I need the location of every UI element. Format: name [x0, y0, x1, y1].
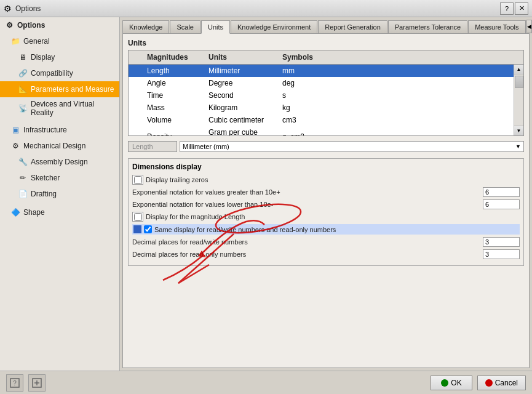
svg-text:?: ? [13, 380, 17, 387]
row-symbol: s [277, 90, 327, 100]
tab-knowledge-env[interactable]: Knowledge Environment [231, 20, 317, 33]
table-row[interactable]: Length Millimeter mm [129, 65, 523, 77]
units-dropdown[interactable]: Millimeter (mm) ▼ [180, 141, 524, 152]
same-display-checkbox[interactable] [144, 225, 152, 233]
help-button[interactable]: ? [500, 2, 514, 15]
decimal-readwrite-input[interactable] [483, 237, 520, 247]
table-row[interactable]: Angle Degree deg [129, 77, 523, 89]
drafting-icon: 📄 [17, 188, 28, 199]
scroll-thumb[interactable] [515, 76, 523, 88]
decimal-readwrite-label: Decimal places for read/write numbers [132, 238, 480, 246]
cancel-button[interactable]: Cancel [477, 376, 526, 390]
row-magnitude: Mass [142, 103, 204, 113]
units-table: Magnitudes Units Symbols Length Millimet… [128, 50, 524, 136]
sidebar-item-devices-virtual[interactable]: 📡 Devices and Virtual Reality [0, 97, 119, 119]
display-icon: 🖥 [17, 52, 28, 63]
table-row[interactable]: Mass Kilogram kg [129, 102, 523, 114]
row-icon [129, 82, 142, 84]
tab-knowledge[interactable]: Knowledge [122, 20, 169, 33]
exp-greater-row: Exponential notation for values greater … [132, 187, 520, 197]
table-row[interactable]: Volume Cubic centimeter cm3 [129, 114, 523, 126]
magnitude-outer-check [132, 212, 143, 222]
row-icon [129, 95, 142, 96]
header-magnitudes: Magnitudes [142, 52, 204, 63]
sidebar-item-general[interactable]: 📁 General [0, 33, 119, 49]
scroll-down-btn[interactable]: ▼ [514, 126, 524, 135]
trailing-zeros-checkbox[interactable] [134, 176, 142, 184]
magnitude-checkbox[interactable] [134, 213, 142, 221]
units-table-header: Magnitudes Units Symbols [129, 50, 523, 65]
header-symbols: Symbols [277, 52, 327, 63]
tab-measure-tools[interactable]: Measure Tools [468, 20, 525, 33]
same-display-label: Same display for read/write numbers and … [154, 226, 336, 233]
exp-lower-row: Exponential notation for values lower th… [132, 199, 520, 209]
row-symbol: cm3 [277, 115, 327, 125]
tab-scale[interactable]: Scale [170, 20, 200, 33]
row-icon [129, 119, 142, 121]
close-button[interactable]: ✕ [515, 2, 528, 15]
same-display-checkbox-indicator [133, 225, 141, 233]
sidebar-item-display[interactable]: 🖥 Display [0, 49, 119, 65]
sketcher-icon: ✏ [17, 172, 28, 183]
units-dropdown-row: Length Millimeter (mm) ▼ [128, 141, 524, 152]
row-symbol: deg [277, 78, 327, 88]
dimensions-display-section: Dimensions display Display trailing zero… [128, 158, 524, 266]
same-display-row: Same display for read/write numbers and … [132, 224, 520, 235]
sidebar-item-options[interactable]: ⚙ Options [0, 17, 119, 33]
assembly-icon: 🔧 [17, 156, 28, 167]
decimal-readonly-input[interactable] [483, 249, 520, 259]
sidebar-item-infrastructure[interactable]: ▣ Infrastructure [0, 122, 119, 138]
tab-params-tolerance[interactable]: Parameters Tolerance [388, 20, 467, 33]
header-units: Units [204, 52, 277, 63]
scroll-up-btn[interactable]: ▲ [514, 65, 524, 74]
row-icon [129, 107, 142, 108]
ok-label: OK [451, 379, 461, 387]
sidebar-item-shape[interactable]: 🔷 Shape [0, 204, 119, 220]
bottom-icon-2[interactable] [28, 374, 46, 392]
tab-report-gen[interactable]: Report Generation [318, 20, 387, 33]
ok-button[interactable]: OK [431, 376, 472, 390]
parameters-icon: 📐 [17, 84, 28, 95]
tabs-bar: Knowledge Scale Units Knowledge Environm… [120, 17, 532, 33]
dropdown-label: Length [128, 141, 177, 152]
title-bar: ⚙ Options ? ✕ [0, 0, 532, 17]
dropdown-value: Millimeter (mm) [183, 143, 229, 150]
trailing-zeros-row: Display trailing zeros [132, 175, 520, 185]
sidebar-item-mechanical-design[interactable]: ⚙ Mechanical Design [0, 138, 119, 154]
row-unit: Cubic centimeter [204, 115, 277, 125]
row-unit: Degree [204, 78, 277, 88]
content-area: Knowledge Scale Units Knowledge Environm… [120, 17, 532, 371]
window-icon: ⚙ [4, 4, 12, 14]
exp-greater-input[interactable] [483, 187, 520, 197]
row-unit: Kilogram [204, 103, 277, 113]
cancel-label: Cancel [495, 379, 518, 387]
dropdown-arrow-icon: ▼ [515, 143, 521, 150]
row-symbol: g_cm3 [277, 132, 327, 135]
row-magnitude: Angle [142, 78, 204, 88]
ok-icon [441, 379, 448, 387]
general-icon: 📁 [10, 36, 21, 47]
exp-lower-input[interactable] [483, 199, 520, 209]
exp-lower-label: Exponential notation for values lower th… [132, 201, 480, 208]
tab-units[interactable]: Units [201, 20, 230, 34]
infrastructure-icon: ▣ [10, 124, 21, 135]
trailing-zeros-outer-check [132, 175, 143, 185]
display-magnitude-row: Display for the magnitude Length [132, 212, 520, 222]
tabs-scroll-left[interactable]: ◀ [526, 20, 532, 33]
compatibility-icon: 🔗 [17, 68, 28, 79]
table-row[interactable]: Density Gram per cube cen... g_cm3 [129, 126, 523, 135]
table-row[interactable]: Time Second s [129, 89, 523, 102]
row-icon [129, 70, 142, 71]
sidebar-item-sketcher[interactable]: ✏ Sketcher [0, 170, 119, 186]
sidebar-item-assembly-design[interactable]: 🔧 Assembly Design [0, 154, 119, 170]
bottom-icon-1[interactable]: ? [6, 374, 23, 392]
devices-icon: 📡 [17, 103, 28, 114]
header-icon-col [129, 52, 142, 63]
row-magnitude: Time [142, 90, 204, 100]
shape-icon: 🔷 [10, 207, 21, 218]
sidebar-item-parameters-measure[interactable]: 📐 Parameters and Measure [0, 81, 119, 97]
row-symbol: kg [277, 103, 327, 113]
decimal-readonly-row: Decimal places for read-only numbers [132, 249, 520, 259]
sidebar-item-compatibility[interactable]: 🔗 Compatibility [0, 65, 119, 81]
sidebar-item-drafting[interactable]: 📄 Drafting [0, 186, 119, 202]
